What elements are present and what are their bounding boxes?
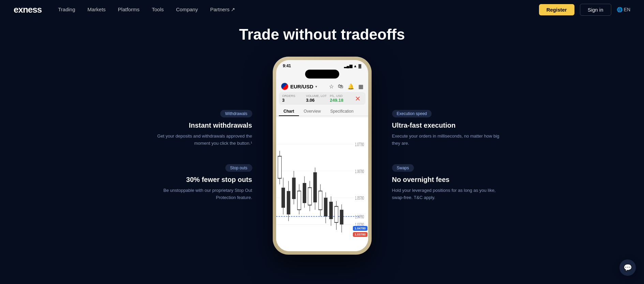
svg-rect-19 bbox=[313, 172, 317, 202]
orders-col: ORDERS 3 bbox=[282, 94, 306, 103]
navbar: exness Trading Markets Platforms Tools C… bbox=[0, 0, 644, 19]
hero-title: Trade without tradeoffs bbox=[239, 26, 405, 43]
badge-swaps: Swaps bbox=[392, 164, 414, 172]
wifi-icon: ▲ bbox=[354, 64, 357, 68]
dynamic-island bbox=[305, 70, 339, 79]
feature-withdrawals: Withdrawals Instant withdrawals Get your… bbox=[143, 110, 252, 147]
chart-tabs: Chart Overview Specification bbox=[276, 107, 368, 116]
dropdown-icon: ▾ bbox=[315, 85, 317, 88]
nav-links: Trading Markets Platforms Tools Company … bbox=[58, 6, 539, 13]
desc-swaps: Hold your leveraged positions for as lon… bbox=[392, 187, 501, 201]
badge-withdrawals: Withdrawals bbox=[220, 110, 252, 117]
svg-text:1.06780: 1.06780 bbox=[355, 169, 364, 174]
svg-rect-9 bbox=[287, 191, 290, 215]
grid-icon[interactable]: ▦ bbox=[358, 83, 363, 90]
signin-button[interactable]: Sign in bbox=[580, 4, 611, 16]
nav-tools[interactable]: Tools bbox=[152, 6, 164, 13]
candlestick-chart: 1.07780 1.06780 1.05780 1.04780 1.03780 bbox=[276, 117, 368, 251]
svg-rect-15 bbox=[302, 183, 306, 203]
chat-bubble[interactable]: 💬 bbox=[619, 259, 636, 276]
orders-bar: ORDERS 3 VOLUME, LOT 3.06 P/L, USD 249.1… bbox=[279, 92, 365, 105]
nav-markets[interactable]: Markets bbox=[88, 6, 106, 13]
lang-label: EN bbox=[624, 7, 630, 12]
nav-trading[interactable]: Trading bbox=[58, 6, 75, 13]
instrument-bar: EUR/USD ▾ ☆ 🛍 🔔 ▦ bbox=[276, 81, 368, 92]
phone-time: 9:41 bbox=[283, 63, 291, 68]
svg-rect-0 bbox=[276, 117, 368, 251]
price-badge-blue: 1.04780 bbox=[353, 226, 368, 231]
badge-stopouts: Stop outs bbox=[225, 164, 252, 172]
nav-partners[interactable]: Partners ↗ bbox=[210, 6, 235, 13]
volume-col: VOLUME, LOT 3.06 bbox=[306, 94, 330, 103]
svg-rect-27 bbox=[334, 207, 338, 223]
orders-value: 3 bbox=[282, 98, 306, 103]
nav-company[interactable]: Company bbox=[176, 6, 198, 13]
instrument-name[interactable]: EUR/USD bbox=[290, 84, 314, 89]
nav-platforms[interactable]: Platforms bbox=[118, 6, 139, 13]
left-features: Withdrawals Instant withdrawals Get your… bbox=[97, 110, 266, 201]
instrument-action-icons: ☆ 🛍 🔔 ▦ bbox=[329, 83, 363, 90]
status-bar: 9:41 ▂▄▆ ▲ ▓ bbox=[276, 60, 368, 70]
feature-execution: Execution speed Ultra-fast execution Exe… bbox=[392, 110, 501, 147]
chat-icon: 💬 bbox=[624, 264, 632, 272]
svg-rect-13 bbox=[297, 191, 301, 210]
svg-text:1.07780: 1.07780 bbox=[355, 142, 364, 147]
desc-execution: Execute your orders in milliseconds, no … bbox=[392, 133, 501, 147]
right-features: Execution speed Ultra-fast execution Exe… bbox=[378, 110, 547, 201]
price-badge-red: 1.03780 bbox=[353, 232, 368, 237]
language-selector[interactable]: 🌐 EN bbox=[617, 7, 630, 12]
globe-icon: 🌐 bbox=[617, 7, 623, 12]
svg-rect-17 bbox=[308, 188, 311, 205]
feature-stopouts: Stop outs 30% fewer stop outs Be unstopp… bbox=[143, 164, 252, 201]
desc-withdrawals: Get your deposits and withdrawals approv… bbox=[143, 133, 252, 147]
badge-execution: Execution speed bbox=[392, 110, 432, 117]
chart-area: 1.07780 1.06780 1.05780 1.04780 1.03780 … bbox=[276, 117, 368, 251]
main-content: Trade without tradeoffs Withdrawals Inst… bbox=[0, 19, 644, 255]
pnl-value: 249.18 bbox=[330, 98, 354, 103]
tab-chart[interactable]: Chart bbox=[279, 107, 299, 116]
phone-mockup: 9:41 ▂▄▆ ▲ ▓ EUR/USD bbox=[266, 57, 378, 255]
tab-overview[interactable]: Overview bbox=[299, 107, 326, 116]
feature-swaps: Swaps No overnight fees Hold your levera… bbox=[392, 164, 501, 201]
nav-actions: Register Sign in 🌐 EN bbox=[539, 4, 630, 16]
volume-label: VOLUME, LOT bbox=[306, 94, 330, 98]
phone-outer: 9:41 ▂▄▆ ▲ ▓ EUR/USD bbox=[273, 57, 372, 255]
pnl-label: P/L, USD bbox=[330, 94, 354, 98]
svg-text:1.04780: 1.04780 bbox=[355, 214, 364, 219]
svg-rect-29 bbox=[340, 210, 343, 224]
status-icons: ▂▄▆ ▲ ▓ bbox=[344, 64, 361, 68]
title-stopouts: 30% fewer stop outs bbox=[143, 176, 252, 184]
volume-value: 3.06 bbox=[306, 98, 330, 103]
instrument-left: EUR/USD ▾ bbox=[281, 83, 317, 90]
close-position-button[interactable]: ✕ bbox=[354, 95, 362, 103]
svg-rect-11 bbox=[292, 178, 295, 199]
logo: exness bbox=[14, 4, 42, 15]
battery-icon: ▓ bbox=[358, 64, 361, 68]
content-row: Withdrawals Instant withdrawals Get your… bbox=[84, 57, 561, 255]
svg-text:1.05780: 1.05780 bbox=[355, 196, 364, 201]
star-icon[interactable]: ☆ bbox=[329, 83, 334, 90]
title-execution: Ultra-fast execution bbox=[392, 122, 501, 129]
svg-rect-25 bbox=[329, 202, 332, 219]
pnl-col: P/L, USD 249.18 bbox=[330, 94, 354, 103]
eur-flag bbox=[281, 83, 288, 90]
wallet-icon[interactable]: 🛍 bbox=[338, 83, 343, 90]
svg-rect-23 bbox=[324, 198, 327, 216]
title-withdrawals: Instant withdrawals bbox=[143, 122, 252, 129]
bell-icon[interactable]: 🔔 bbox=[347, 83, 354, 90]
tab-specification[interactable]: Specification bbox=[326, 107, 358, 116]
signal-icon: ▂▄▆ bbox=[344, 64, 352, 68]
desc-stopouts: Be unstoppable with our proprietary Stop… bbox=[143, 187, 252, 201]
svg-rect-31 bbox=[278, 156, 281, 179]
register-button[interactable]: Register bbox=[539, 4, 574, 15]
title-swaps: No overnight fees bbox=[392, 176, 501, 184]
svg-rect-7 bbox=[281, 188, 285, 208]
phone-screen: 9:41 ▂▄▆ ▲ ▓ EUR/USD bbox=[276, 60, 368, 251]
svg-rect-21 bbox=[318, 191, 322, 210]
orders-label: ORDERS bbox=[282, 94, 306, 98]
